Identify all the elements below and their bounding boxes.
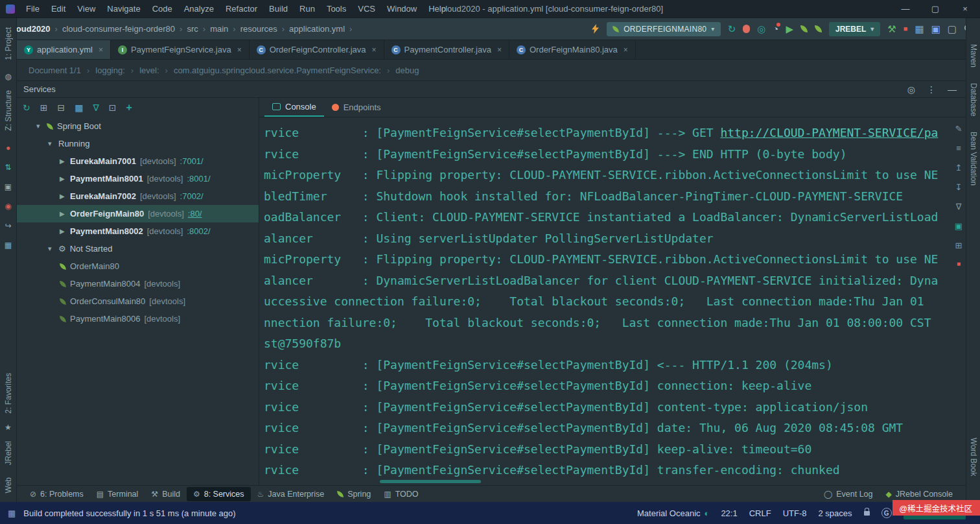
port-link[interactable]: :8001/ bbox=[187, 174, 210, 184]
stripe-button-database[interactable]: Database bbox=[969, 83, 978, 116]
stripe-button-web[interactable]: Web bbox=[4, 477, 13, 493]
endpoints-tab[interactable]: Endpoints bbox=[324, 98, 389, 117]
stripe-button-bean-validation[interactable]: Bean Validation bbox=[969, 132, 978, 185]
tree-node-service[interactable]: ▶ EurekaMain7001 [devtools] :7001/ bbox=[17, 152, 259, 170]
snapshot-icon[interactable]: ▣ bbox=[5, 182, 12, 191]
toolbar-button-java-enterprise[interactable]: ♨ Java Enterprise bbox=[251, 487, 331, 501]
menu-item[interactable]: VCS bbox=[352, 0, 381, 18]
filter-icon[interactable]: ∇ bbox=[93, 102, 99, 113]
menu-item[interactable]: Build bbox=[263, 0, 294, 18]
print-icon[interactable]: ⊞ bbox=[955, 241, 962, 250]
tree-node-service[interactable]: ▶ PaymentMain8001 [devtools] :8001/ bbox=[17, 170, 259, 187]
build-hammer-icon[interactable]: ⚒ bbox=[887, 24, 896, 34]
toolbar-button-build[interactable]: ⚒ Build bbox=[145, 487, 187, 501]
chevron-down-icon[interactable]: ▾ bbox=[36, 122, 43, 130]
menu-item[interactable]: Window bbox=[381, 0, 423, 18]
editor-tab[interactable]: C PaymentController.java × bbox=[384, 40, 509, 59]
pin-icon[interactable]: ◉ bbox=[5, 202, 11, 211]
toolbar-button-spring[interactable]: Spring bbox=[331, 487, 377, 501]
menu-item[interactable]: Refactor bbox=[220, 0, 263, 18]
console-log[interactable]: rvice : [PaymentFeignService#selectPayme… bbox=[259, 117, 966, 485]
yaml-breadcrumb-item[interactable]: Document 1/1 bbox=[29, 66, 81, 75]
line-ending[interactable]: CRLF bbox=[749, 508, 771, 518]
contrast-icon[interactable]: ◐ bbox=[705, 508, 710, 518]
stripe-button-maven[interactable]: Maven bbox=[969, 44, 978, 67]
grid-icon[interactable]: ▦ bbox=[915, 24, 924, 34]
menu-item[interactable]: Run bbox=[294, 0, 321, 18]
tree-node-service[interactable]: PaymentMain8006 [devtools] bbox=[17, 310, 259, 328]
clear-console-icon[interactable]: ■ bbox=[957, 260, 961, 267]
breadcrumb-item[interactable]: resources bbox=[228, 24, 277, 34]
debug-bug-icon[interactable] bbox=[743, 25, 750, 33]
chevron-down-icon[interactable]: ▾ bbox=[48, 139, 54, 148]
log-url-link[interactable]: http://CLOUD-PAYMENT-SERVICE/pa bbox=[720, 126, 938, 139]
rerun-icon[interactable]: ↻ bbox=[728, 24, 736, 34]
toolbar-button-event-log[interactable]: ◯ Event Log bbox=[817, 487, 880, 501]
stripe-button-jrebel[interactable]: JRebel bbox=[4, 441, 13, 465]
tab-close-icon[interactable]: × bbox=[99, 45, 103, 54]
stripe-toggle-icon[interactable]: ▦ bbox=[8, 508, 16, 518]
tree-node-service[interactable]: OrderMain80 bbox=[17, 257, 259, 275]
yaml-breadcrumb-item[interactable]: com.atguigu.springcloud.service.PaymentF… bbox=[159, 66, 381, 75]
scroll-to-end-icon[interactable]: ▣ bbox=[955, 221, 962, 231]
menu-item[interactable]: Tools bbox=[321, 0, 352, 18]
stripe-button-project[interactable]: 1: Project bbox=[4, 27, 13, 60]
console-window-icon[interactable]: ▣ bbox=[931, 24, 940, 34]
port-link[interactable]: :8002/ bbox=[187, 226, 210, 236]
breadcrumb-item[interactable]: src bbox=[175, 24, 198, 34]
minimize-button[interactable]: — bbox=[891, 0, 920, 18]
tree-node-service[interactable]: PaymentMain8004 [devtools] bbox=[17, 275, 259, 292]
menu-item[interactable]: Edit bbox=[45, 0, 71, 18]
yaml-breadcrumb-item[interactable]: debug bbox=[381, 66, 419, 75]
editor-tab[interactable]: I PaymentFeignService.java × bbox=[111, 40, 250, 59]
toolbar-button-jrebel-console[interactable]: ◆ JRebel Console bbox=[880, 487, 959, 501]
stripe-button-favorites[interactable]: 2: Favorites bbox=[4, 373, 13, 414]
chevron-down-icon[interactable]: ▾ bbox=[48, 244, 54, 253]
run-button[interactable]: ▶ bbox=[786, 24, 793, 34]
yaml-breadcrumb-item[interactable]: level: bbox=[125, 66, 159, 75]
file-encoding[interactable]: UTF-8 bbox=[783, 508, 807, 518]
screen-icon[interactable]: ▢ bbox=[948, 24, 957, 34]
menu-item[interactable]: Code bbox=[146, 0, 178, 18]
add-service-icon[interactable]: + bbox=[126, 102, 132, 113]
yaml-breadcrumb-item[interactable]: logging: bbox=[81, 66, 125, 75]
star-icon[interactable]: ★ bbox=[5, 423, 12, 432]
coverage-icon[interactable]: ◎ bbox=[757, 24, 765, 34]
stop-icon[interactable]: ■ bbox=[904, 24, 908, 34]
scroll-up-icon[interactable]: ↥ bbox=[955, 163, 962, 173]
commit-icon[interactable]: ◍ bbox=[5, 72, 11, 81]
horizontal-scrollbar[interactable] bbox=[380, 480, 481, 483]
menu-item[interactable]: View bbox=[71, 0, 101, 18]
export-icon[interactable]: ⊡ bbox=[109, 102, 117, 113]
soft-wrap-icon[interactable]: ≡ bbox=[956, 143, 961, 153]
grid-icon[interactable]: ▦ bbox=[5, 241, 12, 250]
toolbar-button-terminal[interactable]: ▤ Terminal bbox=[90, 487, 145, 501]
tree-node-service[interactable]: OrderConsulMain80 [devtools] bbox=[17, 292, 259, 310]
editor-tab[interactable]: Y application.yml × bbox=[17, 40, 111, 59]
gradle-icon[interactable]: G bbox=[881, 508, 892, 518]
jrebel-selector[interactable]: JREBEL ▾ bbox=[829, 22, 880, 36]
run-config-selector[interactable]: ORDERFEIGNMAIN80 ▾ bbox=[607, 22, 720, 36]
tab-close-icon[interactable]: × bbox=[237, 45, 242, 54]
more-options-icon[interactable]: ⋮ bbox=[927, 84, 936, 95]
breadcrumb-item[interactable]: application.yml bbox=[277, 24, 345, 34]
stripe-button-word-book[interactable]: Word Book bbox=[969, 438, 978, 476]
edit-icon[interactable]: ✎ bbox=[955, 124, 962, 134]
profiler-icon[interactable]: ◔ bbox=[773, 24, 778, 34]
indent-setting[interactable]: 2 spaces bbox=[819, 508, 852, 518]
breadcrumb-item[interactable]: cloud-consumer-feign-order80 bbox=[51, 24, 176, 34]
breadcrumb-item[interactable]: main bbox=[198, 24, 229, 34]
toolbar-button-todo[interactable]: ▥ TODO bbox=[377, 487, 425, 501]
tree-node-not-started[interactable]: ▾ ⚙ Not Started bbox=[17, 240, 259, 257]
console-tab[interactable]: Console bbox=[264, 98, 324, 117]
close-button[interactable]: × bbox=[950, 0, 980, 18]
refresh-icon[interactable]: ↻ bbox=[23, 102, 30, 113]
caret-position[interactable]: 22:1 bbox=[721, 508, 737, 518]
hotswap-bolt-icon[interactable] bbox=[592, 24, 600, 34]
tree-node-spring-boot[interactable]: ▾ Spring Boot bbox=[17, 117, 259, 135]
menu-item[interactable]: File bbox=[20, 0, 45, 18]
exit-icon[interactable]: ↪ bbox=[5, 221, 11, 230]
target-icon[interactable]: ◎ bbox=[907, 84, 915, 95]
hide-panel-icon[interactable]: — bbox=[948, 84, 957, 95]
expand-all-icon[interactable]: ⊞ bbox=[40, 102, 48, 113]
